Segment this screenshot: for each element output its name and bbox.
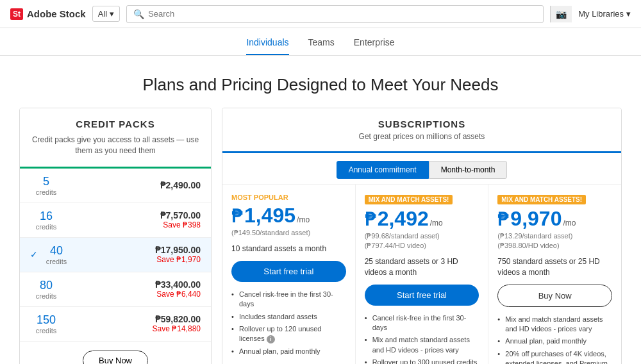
feature-item: Mix and match standard assets and HD vid…	[365, 334, 479, 356]
plan-per-mo: /mo	[297, 215, 310, 224]
credit-label: credits	[30, 188, 62, 196]
feature-item: Rollover up to 300 unused credits i	[365, 356, 479, 364]
search-input[interactable]	[148, 9, 537, 19]
credit-row-150[interactable]: 150 credits ₱59,820.00 Save ₱14,880	[20, 307, 211, 342]
billing-toggle: Annual commitment Month-to-month	[222, 153, 621, 185]
logo-text: Adobe Stock	[27, 8, 86, 19]
credit-packs-panel: CREDIT PACKS Credit packs give you acces…	[19, 108, 212, 364]
plan-description: 25 standard assets or 3 HD videos a mont…	[365, 256, 479, 278]
plans-grid: MOST POPULAR ₱ 1,495 /mo (₱149.50/standa…	[222, 185, 621, 364]
annual-toggle[interactable]: Annual commitment	[337, 161, 429, 179]
plan-sub-price-2: (₱398.80/HD video)	[497, 242, 612, 250]
tab-enterprise[interactable]: Enterprise	[354, 37, 395, 55]
chevron-down-icon: ▾	[110, 9, 114, 19]
credit-row-16[interactable]: 16 credits ₱7,570.00 Save ₱398	[20, 203, 211, 238]
category-dropdown[interactable]: All ▾	[92, 6, 120, 22]
plan-standard: MIX AND MATCH ASSETS! ₱ 2,492 /mo (₱99.6…	[356, 185, 489, 364]
feature-item: Cancel risk-free in the first 30-days	[231, 288, 346, 311]
plan-large-button[interactable]: Buy Now	[497, 285, 612, 307]
plan-description: 750 standard assets or 25 HD videos a mo…	[497, 256, 612, 278]
tab-individuals[interactable]: Individuals	[246, 37, 288, 55]
checkmark-icon: ✓	[30, 249, 38, 260]
plan-currency: ₱	[231, 206, 243, 227]
credit-label: credits	[30, 223, 62, 231]
plan-currency: ₱	[365, 209, 376, 230]
credit-amount: 150	[30, 313, 62, 327]
plan-large: MIX AND MATCH ASSETS! ₱ 9,970 /mo (₱13.2…	[488, 185, 621, 364]
search-submit-button[interactable]: 📷	[550, 6, 572, 22]
dropdown-label: All	[98, 9, 107, 19]
credit-amount: 80	[30, 279, 62, 292]
plan-features: Mix and match standard assets and HD vid…	[497, 313, 612, 364]
credit-label: credits	[40, 258, 72, 265]
subscriptions-panel: SUBSCRIPTIONS Get great prices on millio…	[222, 108, 622, 364]
feature-item: Mix and match standard assets and HD vid…	[497, 313, 612, 336]
plan-features: Cancel risk-free in the first 30-days In…	[231, 288, 346, 358]
subscriptions-title: SUBSCRIPTIONS	[233, 119, 611, 129]
plan-price: 1,495	[244, 204, 296, 228]
credit-amount: 40	[40, 244, 72, 258]
nav-tabs: Individuals Teams Enterprise	[0, 28, 641, 56]
credit-amount: 5	[30, 175, 62, 188]
search-icon: 🔍	[133, 9, 144, 19]
credit-packs-header: CREDIT PACKS Credit packs give you acces…	[20, 108, 211, 169]
plan-price: 2,492	[378, 207, 429, 231]
credit-packs-title: CREDIT PACKS	[30, 119, 201, 129]
feature-item: Includes standard assets	[231, 311, 346, 323]
page-title: Plans and Pricing Designed to Meet Your …	[0, 56, 641, 108]
credit-packs-description: Credit packs give you access to all asse…	[30, 135, 201, 156]
info-icon[interactable]: i	[267, 335, 275, 343]
plan-basic: MOST POPULAR ₱ 1,495 /mo (₱149.50/standa…	[222, 185, 356, 364]
credit-label: credits	[30, 292, 62, 300]
search-bar: 🔍	[126, 5, 544, 23]
tab-teams[interactable]: Teams	[308, 37, 335, 55]
credit-buy-button[interactable]: Buy Now	[83, 351, 148, 364]
logo-badge: St	[10, 8, 23, 20]
credit-label: credits	[30, 327, 62, 335]
credit-row-5[interactable]: 5 credits ₱2,490.00	[20, 169, 211, 203]
credit-row-40[interactable]: ✓ 40 credits ₱17,950.00 Save ₱1,970	[20, 238, 211, 272]
main-content: CREDIT PACKS Credit packs give you acces…	[0, 108, 641, 364]
plan-per-mo: /mo	[430, 219, 443, 228]
plan-standard-button[interactable]: Start free trial	[365, 285, 479, 306]
feature-item: Annual plan, paid monthly	[231, 345, 346, 358]
credit-price: ₱17,950.00	[155, 245, 201, 255]
credit-price: ₱59,820.00	[155, 314, 201, 324]
feature-item: 20% off purchases of 4K videos, extended…	[497, 348, 612, 364]
plan-sub-price: (₱149.50/standard asset)	[231, 229, 346, 237]
most-popular-badge: MOST POPULAR	[231, 194, 346, 201]
credit-amount: 16	[30, 210, 62, 223]
feature-item: Rollover up to 120 unused licenses i	[231, 323, 346, 345]
credit-save: Save ₱14,880	[153, 324, 201, 333]
chevron-down-icon: ▾	[626, 9, 631, 19]
plan-basic-button[interactable]: Start free trial	[231, 261, 346, 282]
credit-price: ₱2,490.00	[160, 180, 201, 190]
logo: St Adobe Stock	[10, 8, 86, 20]
plan-sub-price-1: (₱99.68/standard asset)	[365, 232, 479, 240]
plan-sub-price-2: (₱797.44/HD video)	[365, 242, 479, 250]
mix-match-badge: MIX AND MATCH ASSETS!	[497, 195, 586, 204]
header: St Adobe Stock All ▾ 🔍 📷 My Libraries ▾	[0, 0, 641, 28]
plan-description: 10 standard assets a month	[231, 244, 346, 254]
my-libraries-button[interactable]: My Libraries ▾	[578, 9, 631, 19]
plan-currency: ₱	[497, 209, 509, 230]
subscriptions-description: Get great prices on millions of assets	[233, 132, 611, 141]
my-libraries-label: My Libraries	[578, 9, 624, 19]
plan-features: Cancel risk-free in the first 30-days Mi…	[365, 312, 479, 364]
feature-item: Annual plan, paid monthly	[497, 335, 612, 347]
plan-price: 9,970	[510, 207, 562, 231]
plan-sub-price-1: (₱13.29/standard asset)	[497, 232, 612, 240]
credit-save: Save ₱398	[163, 220, 201, 229]
camera-icon: 📷	[556, 9, 567, 19]
credit-row-80[interactable]: 80 credits ₱33,400.00 Save ₱6,440	[20, 272, 211, 307]
monthly-toggle[interactable]: Month-to-month	[429, 161, 508, 179]
credit-price: ₱33,400.00	[155, 279, 201, 290]
credit-packs-footer: Buy Now	[20, 342, 211, 364]
credit-price: ₱7,570.00	[160, 210, 201, 220]
credit-save: Save ₱6,440	[156, 290, 201, 299]
subscriptions-header: SUBSCRIPTIONS Get great prices on millio…	[222, 108, 621, 153]
plan-per-mo: /mo	[563, 219, 576, 228]
feature-item: Cancel risk-free in the first 30-days	[365, 312, 479, 335]
credit-save: Save ₱1,970	[156, 255, 201, 264]
mix-match-badge: MIX AND MATCH ASSETS!	[365, 195, 453, 204]
